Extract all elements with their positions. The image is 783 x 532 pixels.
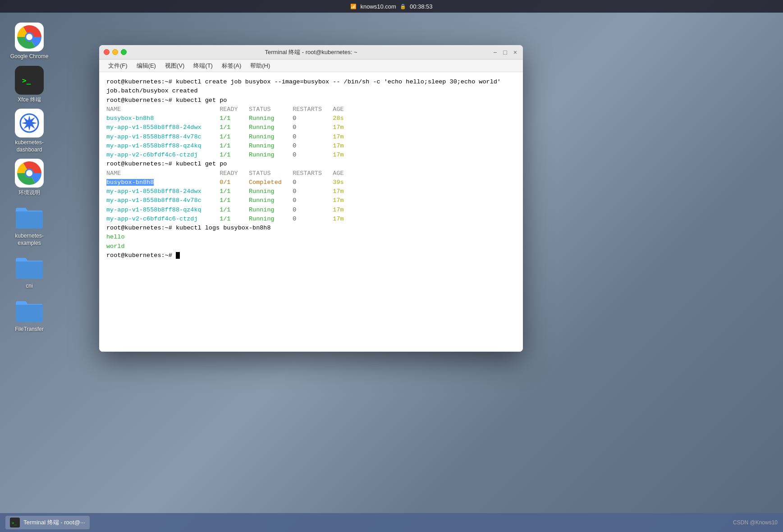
menu-edit[interactable]: 编辑(E) xyxy=(133,61,160,71)
top-bar-url: knows10.com xyxy=(360,3,396,10)
dock-item-k8s-dashboard[interactable]: kubernetes-dashboard xyxy=(9,109,50,153)
desktop: 📶 knows10.com 🔒 00:38:53 Google Chrome xyxy=(0,0,783,532)
window-controls-right: − □ × xyxy=(492,49,518,56)
term-header-1: NAME READY STATUS RESTARTS AGE xyxy=(106,105,516,114)
left-dock: Google Chrome >_ Xfce 终端 xyxy=(9,23,50,333)
terminal-titlebar: Terminal 终端 - root@kubernetes: ~ − □ × xyxy=(99,45,523,60)
top-bar-timer: 00:38:53 xyxy=(410,3,433,10)
k8s-icon xyxy=(17,111,41,135)
term-pod-8: my-app-v1-8558b8ff88-4v78c 1/1 Running 0… xyxy=(106,196,516,205)
taskbar: >_ Terminal 终端 - root@··· CSDN @Knows10 xyxy=(0,513,783,532)
term-line-3: root@kubernetes:~# kubectl get po xyxy=(106,96,516,105)
svg-point-19 xyxy=(26,170,32,176)
svg-text:>_: >_ xyxy=(12,521,17,525)
term-pod-2: my-app-v1-8558b8ff88-24dwx 1/1 Running 0… xyxy=(106,123,516,132)
dock-item-cni[interactable]: cni xyxy=(9,252,50,290)
term-pod-5: my-app-v2-c6bfdf4c6-ctzdj 1/1 Running 0 … xyxy=(106,151,516,160)
dock-label-chrome: Google Chrome xyxy=(10,53,49,60)
menu-help[interactable]: 帮助(H) xyxy=(247,61,274,71)
dock-item-xfce[interactable]: >_ Xfce 终端 xyxy=(9,66,50,104)
terminal-window: Terminal 终端 - root@kubernetes: ~ − □ × 文… xyxy=(99,45,523,352)
folder-filetransfer-icon xyxy=(16,298,43,322)
window-buttons xyxy=(104,49,127,55)
chrome-logo-icon xyxy=(17,25,41,49)
term-pod-1: busybox-bn8h8 1/1 Running 0 28s xyxy=(106,114,516,123)
dock-label-k8s: kubernetes-dashboard xyxy=(9,139,50,153)
top-bar: 📶 knows10.com 🔒 00:38:53 xyxy=(0,0,783,13)
dock-item-k8s-examples[interactable]: kubernetes-examples xyxy=(9,202,50,247)
taskbar-terminal-label: Terminal 终端 - root@··· xyxy=(23,518,85,527)
term-pod-6: busybox-bn8h8 0/1 Completed 0 39s xyxy=(106,178,516,187)
lock-icon: 🔒 xyxy=(400,4,406,9)
dock-label-filetransfer: FileTransfer xyxy=(15,326,44,333)
dock-item-chrome[interactable]: Google Chrome xyxy=(9,23,50,60)
window-close-icon[interactable]: × xyxy=(512,49,518,56)
cursor xyxy=(176,252,180,259)
menu-view[interactable]: 视图(V) xyxy=(161,61,188,71)
term-header-2: NAME READY STATUS RESTARTS AGE xyxy=(106,169,516,178)
taskbar-right-label: CSDN @Knows10 xyxy=(733,519,778,526)
term-line-5: root@kubernetes:~# kubectl logs busybox-… xyxy=(106,224,516,233)
term-pod-9: my-app-v1-8558b8ff88-qz4kq 1/1 Running 0… xyxy=(106,206,516,215)
term-line-1: root@kubernetes:~# kubectl create job bu… xyxy=(106,78,516,87)
dock-item-filetransfer[interactable]: FileTransfer xyxy=(9,295,50,333)
term-hello: hello xyxy=(106,233,516,242)
taskbar-terminal-icon: >_ xyxy=(10,518,20,527)
dock-label-k8s-examples: kubernetes-examples xyxy=(9,233,50,247)
taskbar-item-terminal[interactable]: >_ Terminal 终端 - root@··· xyxy=(5,516,90,529)
terminal-title: Terminal 终端 - root@kubernetes: ~ xyxy=(265,48,357,56)
window-minimize-button[interactable] xyxy=(112,49,118,55)
term-pod-7: my-app-v1-8558b8ff88-24dwx 1/1 Running 0… xyxy=(106,187,516,196)
dock-item-env[interactable]: 环境说明 xyxy=(9,159,50,197)
term-pod-10: my-app-v2-c6bfdf4c6-ctzdj 1/1 Running 0 … xyxy=(106,215,516,224)
window-maximize-button[interactable] xyxy=(121,49,127,55)
menu-terminal[interactable]: 终端(T) xyxy=(190,61,216,71)
term-last-prompt: root@kubernetes:~# xyxy=(106,251,516,260)
svg-text:>_: >_ xyxy=(22,76,31,85)
folder-cni-icon xyxy=(16,254,43,279)
terminal-menu: 文件(F) 编辑(E) 视图(V) 终端(T) 标签(A) 帮助(H) xyxy=(99,60,523,72)
window-minimize-icon[interactable]: − xyxy=(492,49,498,56)
dock-label-xfce: Xfce 终端 xyxy=(18,96,41,104)
dock-label-env: 环境说明 xyxy=(18,189,40,197)
window-close-button[interactable] xyxy=(104,49,110,55)
terminal-body[interactable]: root@kubernetes:~# kubectl create job bu… xyxy=(99,72,523,352)
term-pod-4: my-app-v1-8558b8ff88-qz4kq 1/1 Running 0… xyxy=(106,142,516,151)
term-line-4: root@kubernetes:~# kubectl get po xyxy=(106,160,516,169)
window-restore-icon[interactable]: □ xyxy=(502,49,508,56)
menu-file[interactable]: 文件(F) xyxy=(105,61,131,71)
folder-examples-icon xyxy=(16,204,43,229)
term-pod-3: my-app-v1-8558b8ff88-4v78c 1/1 Running 0… xyxy=(106,133,516,142)
svg-point-15 xyxy=(26,120,32,126)
term-world: world xyxy=(106,242,516,251)
dock-label-cni: cni xyxy=(26,283,32,290)
terminal-icon: >_ xyxy=(20,71,38,89)
svg-point-2 xyxy=(26,34,32,40)
signal-icon: 📶 xyxy=(350,4,357,9)
menu-tabs[interactable]: 标签(A) xyxy=(218,61,245,71)
term-line-2: job.batch/busybox created xyxy=(106,87,516,96)
env-chrome-icon xyxy=(17,161,41,185)
